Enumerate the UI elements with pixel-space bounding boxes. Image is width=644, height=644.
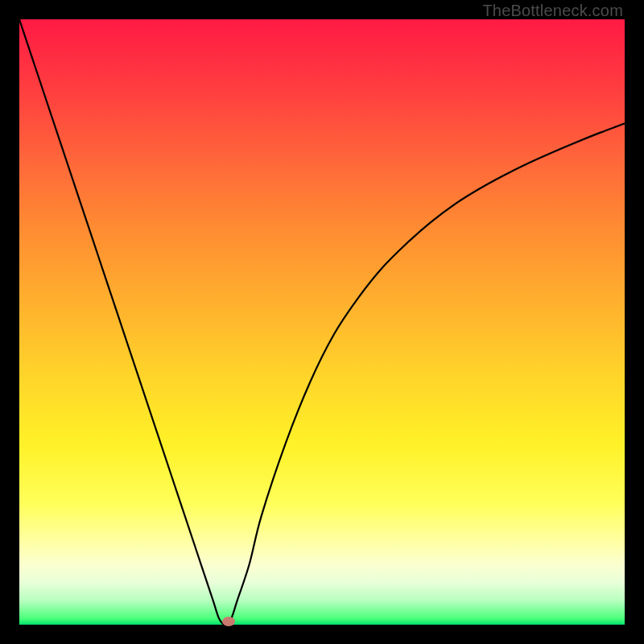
chart-plot-area bbox=[19, 19, 625, 625]
chart-frame bbox=[0, 0, 644, 644]
watermark-text: TheBottleneck.com bbox=[482, 2, 623, 20]
optimal-point-marker bbox=[222, 617, 235, 626]
bottleneck-curve bbox=[19, 19, 625, 625]
